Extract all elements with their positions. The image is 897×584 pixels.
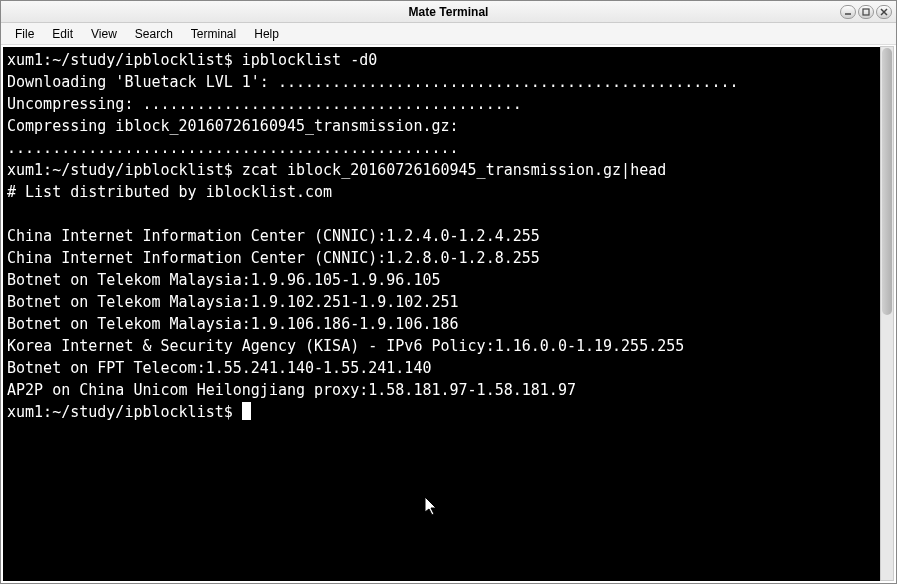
output-line: China Internet Information Center (CNNIC…	[7, 249, 540, 267]
terminal-output-area[interactable]: xum1:~/study/ipblocklist$ ipblocklist -d…	[3, 47, 894, 581]
titlebar[interactable]: Mate Terminal	[1, 1, 896, 23]
menu-file[interactable]: File	[7, 25, 42, 43]
minimize-button[interactable]	[840, 5, 856, 19]
output-line: Compressing iblock_20160726160945_transm…	[7, 117, 468, 157]
output-line: Botnet on FPT Telecom:1.55.241.140-1.55.…	[7, 359, 431, 377]
svg-rect-1	[863, 9, 869, 15]
window-controls	[840, 5, 892, 19]
menu-edit[interactable]: Edit	[44, 25, 81, 43]
output-line: Downloading 'Bluetack LVL 1': ..........…	[7, 73, 739, 91]
output-line: Korea Internet & Security Agency (KISA) …	[7, 337, 684, 355]
prompt: xum1:~/study/ipblocklist$	[7, 403, 242, 421]
maximize-icon	[862, 8, 870, 16]
output-line: China Internet Information Center (CNNIC…	[7, 227, 540, 245]
output-line: Botnet on Telekom Malaysia:1.9.96.105-1.…	[7, 271, 440, 289]
output-line: AP2P on China Unicom Heilongjiang proxy:…	[7, 381, 576, 399]
text-cursor	[242, 402, 251, 420]
menu-search[interactable]: Search	[127, 25, 181, 43]
scrollbar-thumb[interactable]	[882, 48, 892, 315]
vertical-scrollbar[interactable]	[880, 46, 894, 581]
prompt: xum1:~/study/ipblocklist$	[7, 161, 242, 179]
close-icon	[880, 8, 888, 16]
prompt: xum1:~/study/ipblocklist$	[7, 51, 242, 69]
menubar: File Edit View Search Terminal Help	[1, 23, 896, 45]
menu-help[interactable]: Help	[246, 25, 287, 43]
output-line: Uncompressing: .........................…	[7, 95, 522, 113]
output-line: Botnet on Telekom Malaysia:1.9.102.251-1…	[7, 293, 459, 311]
window-title: Mate Terminal	[409, 5, 489, 19]
menu-terminal[interactable]: Terminal	[183, 25, 244, 43]
output-line: # List distributed by iblocklist.com	[7, 183, 332, 201]
close-button[interactable]	[876, 5, 892, 19]
menu-view[interactable]: View	[83, 25, 125, 43]
minimize-icon	[844, 8, 852, 16]
output-line: Botnet on Telekom Malaysia:1.9.106.186-1…	[7, 315, 459, 333]
command-text: ipblocklist -d0	[242, 51, 377, 69]
maximize-button[interactable]	[858, 5, 874, 19]
terminal-window: Mate Terminal File Edit View Search Term…	[0, 0, 897, 584]
command-text: zcat iblock_20160726160945_transmission.…	[242, 161, 666, 179]
